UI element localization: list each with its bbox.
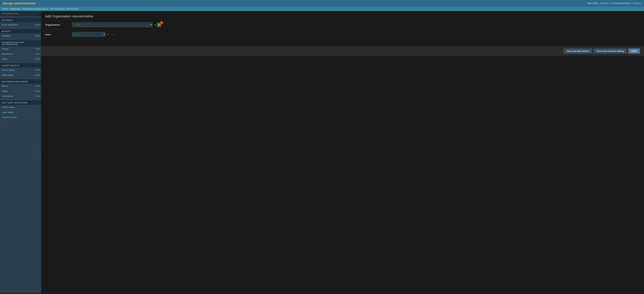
sidebar-item[interactable]: Request events xyxy=(0,115,41,120)
sidebar-section-docs: DOCUMENTATION CENTER xyxy=(0,79,41,84)
sidebar-item[interactable]: CRUD events xyxy=(0,105,41,110)
sidebar-item[interactable]: Preferences+ Add xyxy=(0,94,41,99)
sidebar-item-label: Login events xyxy=(2,111,14,113)
sidebar-section-accounts: ACCOUNTS xyxy=(0,18,41,22)
header: Django administration WELCOME, VIEW SITE… xyxy=(0,0,644,7)
sidebar-item[interactable]: Blocks+ Add xyxy=(0,84,41,89)
form-area: Organisation: --------- 👁 + 1 xyxy=(41,20,644,39)
sidebar-item[interactable]: Email addresses+ Add xyxy=(0,22,41,27)
breadcrumb-stakeholder[interactable]: Stakeholder xyxy=(10,8,21,10)
sidebar-item-add[interactable]: + Add xyxy=(34,35,40,37)
breadcrumb-current: Add Organisation representative xyxy=(50,8,79,10)
sidebar-item-add[interactable]: + Add xyxy=(34,48,40,50)
sidebar-section-activity: ACTIVITY xyxy=(0,29,41,33)
organisation-select[interactable]: --------- xyxy=(72,22,152,27)
organisation-field-area: --------- 👁 + 1 xyxy=(72,22,640,27)
content-header: Add Organisation representative xyxy=(41,11,644,20)
sidebar-item[interactable]: Users+ Add xyxy=(0,56,41,61)
sidebar-item-label: Task results xyxy=(2,74,13,76)
sidebar-item-label: Preferences xyxy=(2,95,14,97)
user-row: User: --------- ✏ + ⬦ xyxy=(45,30,640,39)
header-tools: WELCOME, VIEW SITE / CHANGE PASSWORD / L… xyxy=(588,2,641,4)
sidebar-item-add[interactable]: + Add xyxy=(34,69,40,71)
page-title: Add Organisation representative xyxy=(45,14,640,18)
sidebar-section-celery: CELERY RESULTS xyxy=(0,63,41,67)
sidebar-item-label: Groups xyxy=(2,48,9,50)
eye-icon: 👁 xyxy=(154,23,156,26)
log-out-link[interactable]: LOG OUT xyxy=(633,2,641,4)
sidebar-sections: ACCOUNTSEmail addresses+ AddACTIVITYActi… xyxy=(0,18,41,120)
badge-number: 1 xyxy=(160,21,164,25)
sidebar-filter-input[interactable] xyxy=(0,11,41,16)
change-password-link[interactable]: CHANGE PASSWORD xyxy=(612,2,630,4)
organisation-view-button[interactable]: 👁 xyxy=(154,23,157,26)
user-select[interactable]: --------- xyxy=(72,32,106,37)
breadcrumb: Home › Stakeholder › Organisation repres… xyxy=(0,7,644,11)
sidebar-item[interactable]: Group results+ Add xyxy=(0,67,41,73)
sidebar-item[interactable]: Task results+ Add xyxy=(0,73,41,78)
sidebar-toggle[interactable]: « xyxy=(40,150,41,154)
user-delete-button[interactable]: ⬦ xyxy=(114,33,117,36)
breadcrumb-home[interactable]: Home xyxy=(3,8,8,10)
sidebar-item-label: CRUD events xyxy=(2,106,15,108)
sidebar-item[interactable]: Login events xyxy=(0,110,41,115)
main-wrapper: ACCOUNTSEmail addresses+ AddACTIVITYActi… xyxy=(0,11,644,293)
plus-icon: + xyxy=(112,33,113,36)
sidebar-section-audit: EASY AUDIT APPLICATION xyxy=(0,100,41,105)
plus-icon: + xyxy=(158,23,160,26)
sidebar-item-label: Group results xyxy=(2,69,15,71)
sidebar-item[interactable]: Groups+ Add xyxy=(0,46,41,51)
sidebar-item-label: Activities xyxy=(2,34,10,37)
welcome-label: WELCOME, xyxy=(588,2,598,4)
organisation-row: Organisation: --------- 👁 + 1 xyxy=(45,20,640,30)
save-and-continue-button[interactable]: Save and continue editing xyxy=(594,48,627,54)
delete-icon: ⬦ xyxy=(115,33,116,36)
sidebar-item-label: Request events xyxy=(2,116,17,118)
sidebar-item-add[interactable]: + Add xyxy=(34,90,40,92)
badge-wrapper: 👁 + 1 xyxy=(154,23,165,27)
sidebar-item-label: Permissions xyxy=(2,53,14,55)
save-button[interactable]: SAVE xyxy=(628,48,640,54)
content-area: Add Organisation representative Organisa… xyxy=(41,11,644,293)
sidebar-section-auth: AUTHENTICATION AND AUTHORIZATION xyxy=(0,40,41,46)
user-label: User: xyxy=(45,33,72,36)
save-and-add-button[interactable]: Save and add another xyxy=(564,48,592,54)
breadcrumb-org-reps[interactable]: Organisation representatives xyxy=(22,8,48,10)
sidebar-item-add[interactable]: + Add xyxy=(34,74,40,76)
app-title: Django administration xyxy=(3,2,36,5)
sidebar-item[interactable]: Permissions+ Add xyxy=(0,51,41,56)
sidebar-item-add[interactable]: + Add xyxy=(34,95,40,97)
submit-row: Save and add another Save and continue e… xyxy=(41,46,644,56)
sidebar-item[interactable]: Activities+ Add xyxy=(0,33,41,38)
sidebar-item-add[interactable]: + Add xyxy=(34,58,40,60)
sidebar-item-label: Users xyxy=(2,58,8,60)
organisation-label: Organisation: xyxy=(45,23,72,26)
sidebar-item-add[interactable]: + Add xyxy=(34,85,40,87)
user-edit-button[interactable]: ✏ xyxy=(106,33,110,36)
sidebar-item-label: Pages xyxy=(2,90,8,92)
sidebar: ACCOUNTSEmail addresses+ AddACTIVITYActi… xyxy=(0,11,41,293)
sidebar-item-label: Blocks xyxy=(2,85,8,87)
user-field-area: --------- ✏ + ⬦ xyxy=(72,32,640,37)
sidebar-item-label: Email addresses xyxy=(2,23,18,26)
pencil-icon: ✏ xyxy=(107,33,109,36)
sidebar-item[interactable]: Pages+ Add xyxy=(0,89,41,94)
view-site-link[interactable]: VIEW SITE xyxy=(600,2,609,4)
sidebar-item-add[interactable]: + Add xyxy=(34,53,40,55)
sidebar-item-add[interactable]: + Add xyxy=(34,24,40,26)
user-add-button[interactable]: + xyxy=(111,33,114,36)
